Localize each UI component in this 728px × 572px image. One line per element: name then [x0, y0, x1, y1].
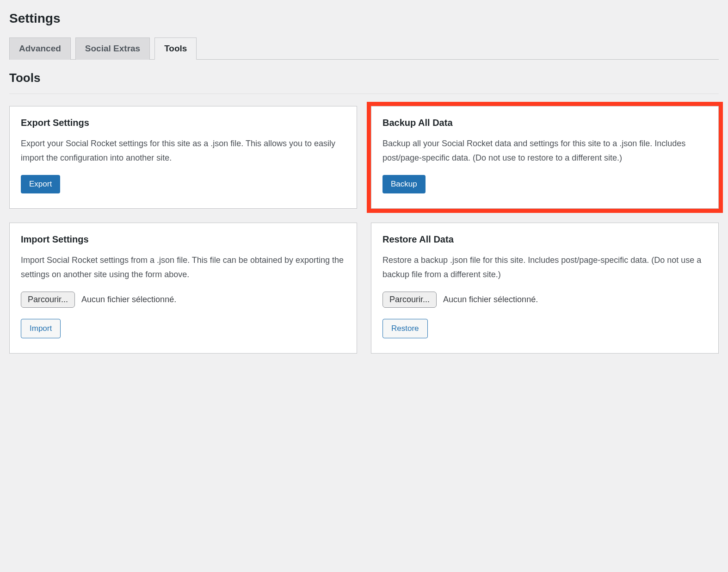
cards-grid: Export Settings Export your Social Rocke…	[9, 106, 719, 354]
card-text-import: Import Social Rocket settings from a .js…	[21, 253, 345, 281]
file-status-restore: Aucun fichier sélectionné.	[443, 295, 538, 305]
browse-button-import[interactable]: Parcourir...	[21, 292, 75, 308]
tabs: Advanced Social Extras Tools	[9, 37, 719, 60]
card-title-backup: Backup All Data	[383, 118, 707, 128]
tab-social-extras[interactable]: Social Extras	[75, 37, 150, 60]
divider	[9, 93, 719, 94]
card-export-settings: Export Settings Export your Social Rocke…	[9, 106, 357, 209]
tab-tools[interactable]: Tools	[154, 37, 197, 60]
browse-button-restore[interactable]: Parcourir...	[383, 292, 437, 308]
export-button[interactable]: Export	[21, 175, 60, 193]
card-title-export: Export Settings	[21, 118, 345, 128]
file-status-import: Aucun fichier sélectionné.	[81, 295, 176, 305]
tab-advanced[interactable]: Advanced	[9, 37, 71, 60]
page-title: Settings	[9, 11, 719, 26]
import-button[interactable]: Import	[21, 319, 61, 338]
card-restore-all-data: Restore All Data Restore a backup .json …	[371, 223, 719, 354]
section-title: Tools	[9, 71, 719, 85]
card-text-restore: Restore a backup .json file for this sit…	[383, 253, 707, 281]
backup-button[interactable]: Backup	[383, 175, 426, 193]
restore-button[interactable]: Restore	[383, 319, 428, 338]
card-text-backup: Backup all your Social Rocket data and s…	[383, 137, 707, 165]
file-row-import: Parcourir... Aucun fichier sélectionné.	[21, 292, 345, 308]
card-backup-all-data: Backup All Data Backup all your Social R…	[371, 106, 719, 209]
card-title-restore: Restore All Data	[383, 234, 707, 245]
card-title-import: Import Settings	[21, 234, 345, 245]
card-text-export: Export your Social Rocket settings for t…	[21, 137, 345, 165]
file-row-restore: Parcourir... Aucun fichier sélectionné.	[383, 292, 707, 308]
card-import-settings: Import Settings Import Social Rocket set…	[9, 223, 357, 354]
